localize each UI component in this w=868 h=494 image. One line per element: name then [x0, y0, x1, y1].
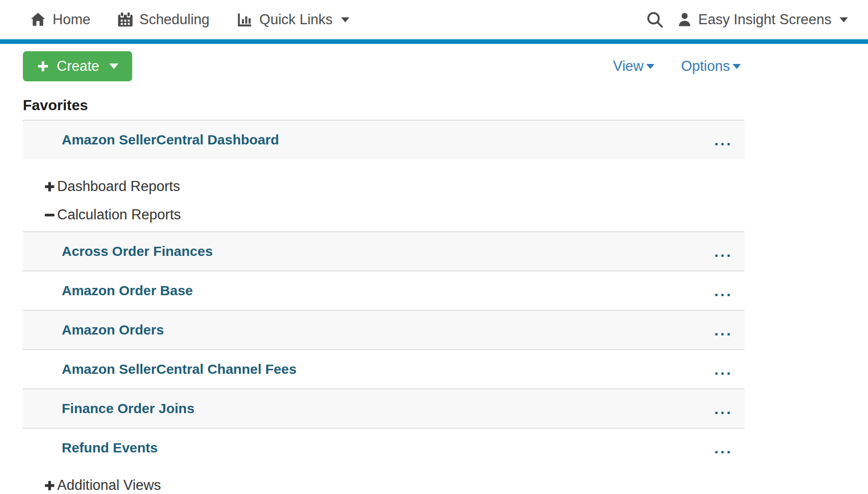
list-item: Across Order Finances ... [23, 231, 745, 271]
navbar-right: Easy Insight Screens [645, 10, 848, 29]
list-item: Amazon Order Base ... [23, 271, 745, 310]
top-navbar: Home Scheduling [0, 0, 868, 39]
chevron-down-icon [733, 64, 741, 69]
nav-item-home[interactable]: Home [29, 11, 91, 28]
report-link[interactable]: Refund Events [62, 440, 158, 456]
report-link[interactable]: Amazon Orders [62, 322, 164, 338]
account-menu[interactable]: Easy Insight Screens [676, 11, 848, 28]
report-link[interactable]: Amazon SellerCentral Channel Fees [62, 361, 297, 377]
nav-item-label: Scheduling [139, 11, 209, 28]
report-link[interactable]: Amazon SellerCentral Dashboard [62, 132, 279, 148]
report-link[interactable]: Amazon Order Base [62, 283, 193, 298]
list-item: Refund Events ... [23, 428, 745, 467]
main-content: Create View Options Favorites Amazon Sel… [23, 51, 745, 494]
options-dropdown[interactable]: Options [681, 58, 741, 74]
accent-divider-bar [0, 39, 868, 44]
view-dropdown-label: View [613, 58, 644, 74]
plus-icon [43, 181, 56, 193]
list-item: Amazon SellerCentral Dashboard ... [23, 120, 745, 159]
options-dropdown-label: Options [681, 58, 730, 74]
list-item: Amazon Orders ... [23, 310, 745, 349]
plus-icon [37, 60, 49, 73]
view-dropdown[interactable]: View [613, 58, 655, 74]
report-link[interactable]: Finance Order Joins [62, 401, 194, 416]
calendar-icon [117, 11, 134, 28]
nav-item-label: Quick Links [259, 11, 332, 28]
section-toggle-dashboard-reports[interactable]: Dashboard Reports [43, 177, 745, 196]
create-button-label: Create [57, 58, 99, 74]
row-more-button[interactable]: ... [714, 361, 733, 377]
bar-chart-icon [236, 11, 253, 28]
navbar-left: Home Scheduling [29, 11, 349, 28]
favorites-heading: Favorites [23, 97, 745, 113]
section-toggle-label: Calculation Reports [57, 206, 181, 224]
section-toggle-label: Additional Views [57, 476, 161, 494]
section-toggle-additional-views[interactable]: Additional Views [43, 476, 745, 494]
favorites-list: Amazon SellerCentral Dashboard ... [23, 120, 745, 159]
search-icon[interactable] [645, 10, 664, 29]
row-more-button[interactable]: ... [714, 401, 733, 416]
section-toggle-label: Dashboard Reports [57, 177, 180, 196]
toolbar: Create View Options [23, 51, 745, 81]
section-toggle-calculation-reports[interactable]: Calculation Reports [43, 206, 745, 224]
row-more-button[interactable]: ... [714, 440, 733, 456]
row-more-button[interactable]: ... [714, 283, 733, 298]
chevron-down-icon [341, 17, 349, 22]
chevron-down-icon [646, 64, 654, 69]
row-more-button[interactable]: ... [714, 322, 733, 338]
user-icon [676, 11, 693, 28]
account-label: Easy Insight Screens [698, 11, 831, 28]
chevron-down-icon [109, 64, 118, 69]
toolbar-links: View Options [613, 58, 741, 74]
nav-item-label: Home [53, 11, 91, 28]
report-list: Across Order Finances ... Amazon Order B… [23, 231, 745, 467]
nav-item-scheduling[interactable]: Scheduling [117, 11, 209, 28]
row-more-button[interactable]: ... [714, 132, 733, 148]
plus-icon [43, 479, 56, 492]
chevron-down-icon [840, 17, 848, 22]
report-link[interactable]: Across Order Finances [62, 244, 213, 259]
list-item: Amazon SellerCentral Channel Fees ... [23, 349, 745, 388]
minus-icon [43, 209, 56, 221]
list-item: Finance Order Joins ... [23, 388, 745, 428]
home-icon [29, 11, 47, 28]
create-button[interactable]: Create [23, 51, 132, 81]
row-more-button[interactable]: ... [714, 244, 733, 259]
nav-item-quick-links[interactable]: Quick Links [236, 11, 349, 28]
